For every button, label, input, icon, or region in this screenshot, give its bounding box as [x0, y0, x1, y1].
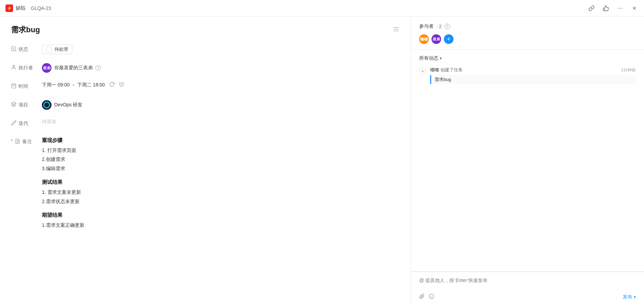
page-title-row: 需求bug	[11, 25, 400, 35]
project-label: 项目	[11, 100, 42, 108]
activity-item-0: + 嘟嘟 创建了任务 1分钟前 需求bug	[419, 67, 636, 84]
participants-count: · 2	[436, 24, 442, 29]
project-name: DevOps 研发	[54, 102, 82, 108]
recycle-icon[interactable]	[109, 82, 115, 89]
status-label: 状态	[11, 45, 42, 52]
project-logo-inner	[43, 102, 50, 108]
submit-button[interactable]: 发布	[623, 294, 632, 300]
time-field-label: 时间	[19, 83, 28, 90]
notes-section-1: 重现步骤 1. 打开需求页面 2.创建需求 3.编辑需求	[42, 137, 400, 172]
activity-text: 嘟嘟 创建了任务 1分钟前	[430, 67, 636, 73]
more-button[interactable]	[616, 4, 625, 13]
assignee-field-value: 表弟 你最喜爱的三表弟 ?	[42, 63, 400, 73]
status-field-label: 状态	[19, 46, 28, 52]
assignee-field-row: 执行者 表弟 你最喜爱的三表弟 ?	[11, 63, 400, 74]
project-logo	[42, 100, 51, 110]
activity-title: 所有动态	[419, 55, 438, 61]
notes-section-1-item-0: 1. 打开需求页面	[42, 146, 400, 154]
iteration-icon	[11, 120, 16, 127]
svg-point-1	[620, 8, 621, 8]
svg-line-15	[123, 82, 124, 83]
activity-action: 创建了任务	[440, 67, 463, 73]
project-field-row: 项目 DevOps 研发	[11, 100, 400, 111]
logo-text: 缺陷	[16, 5, 25, 11]
assignee-help-icon[interactable]: ?	[95, 65, 101, 71]
iteration-field-label: 迭代	[19, 120, 28, 127]
logo-area: ⚡ 缺陷	[5, 4, 25, 12]
status-checkbox[interactable]	[46, 47, 52, 52]
time-icon	[11, 83, 16, 90]
project-icon	[11, 102, 16, 108]
participant-avatar-1[interactable]: 表弟	[432, 34, 441, 44]
status-field-row: 状态 待处理	[11, 45, 400, 56]
participants-section: 参与者 · 2 ? 嘟嘟 表弟 +	[411, 16, 644, 50]
iteration-field-value: 待添加	[42, 119, 400, 125]
status-icon	[11, 46, 16, 52]
iteration-label: 迭代	[11, 119, 42, 127]
activity-card: 需求bug	[430, 75, 636, 84]
participant-avatar-0[interactable]: 嘟嘟	[419, 34, 429, 44]
notes-section-3-title: 期望结果	[42, 212, 400, 219]
assignee-icon	[11, 64, 16, 71]
assignee-field-label: 执行者	[19, 65, 33, 71]
svg-point-0	[618, 8, 619, 8]
notes-section-1-item-1: 2.创建需求	[42, 155, 400, 163]
main-layout: 需求bug 状态 待处理	[0, 16, 644, 306]
notes-section-1-title: 重现步骤	[42, 137, 400, 144]
link-button[interactable]	[587, 4, 596, 13]
svg-marker-16	[11, 102, 16, 104]
top-bar-actions	[587, 4, 639, 13]
status-value: 待处理	[55, 46, 68, 52]
notes-section-2-item-1: 2.需求状态未更新	[42, 198, 400, 205]
activity-time: 1分钟前	[621, 67, 636, 73]
participants-help-icon[interactable]: ?	[445, 24, 450, 29]
status-field-value: 待处理	[42, 45, 400, 54]
time-label: 时间	[11, 82, 42, 90]
activity-section: 所有动态 ▾ + 嘟嘟 创建了任务 1分钟前 需求bug	[411, 50, 644, 272]
align-icon[interactable]	[393, 26, 400, 34]
breadcrumb-id: GLQA-23	[31, 5, 51, 11]
comment-input[interactable]	[419, 278, 636, 290]
logo-icon: ⚡	[5, 4, 13, 12]
notes-section-3: 期望结果 1.需求文案正确更新	[42, 212, 400, 229]
submit-dropdown-icon[interactable]: ▾	[634, 295, 636, 299]
svg-line-14	[119, 82, 120, 83]
project-field-value: DevOps 研发	[42, 100, 400, 110]
notes-section-2-title: 测试结果	[42, 179, 400, 186]
iteration-field-row: 迭代 待添加	[11, 119, 400, 130]
notes-field-row: * 备注 重现步骤 1. 打开需求页面 2.创建需求 3.编辑需求	[11, 137, 400, 236]
top-bar: ⚡ 缺陷 GLQA-23	[0, 0, 644, 16]
svg-point-2	[622, 8, 622, 8]
svg-point-19	[429, 294, 434, 298]
assignee-label: 执行者	[11, 63, 42, 71]
notes-section-3-item-0: 1.需求文案正确更新	[42, 221, 400, 229]
close-button[interactable]	[630, 4, 639, 12]
add-participant-button[interactable]: +	[444, 34, 453, 44]
time-field-value: 下周一 09:00 － 下周二 18:00	[42, 82, 400, 89]
like-button[interactable]	[601, 4, 610, 13]
activity-header: 所有动态 ▾	[419, 55, 636, 61]
attachment-icon[interactable]	[419, 294, 425, 301]
time-field-row: 时间 下周一 09:00 － 下周二 18:00	[11, 82, 400, 93]
svg-point-8	[13, 65, 14, 67]
participants-header: 参与者 · 2 ?	[419, 23, 636, 30]
iteration-placeholder: 待添加	[42, 119, 56, 125]
comment-toolbar: 发布 ▾	[419, 294, 636, 301]
participants-avatars: 嘟嘟 表弟 +	[419, 34, 636, 44]
time-value: 下周一 09:00 － 下周二 18:00	[42, 82, 105, 88]
activity-add-icon: +	[419, 68, 426, 74]
status-tag[interactable]: 待处理	[42, 45, 72, 54]
activity-card-text: 需求bug	[435, 77, 451, 82]
alarm-icon[interactable]	[119, 82, 124, 89]
notes-section-2-item-0: 1. 需求文案未更新	[42, 188, 400, 196]
svg-rect-9	[12, 84, 16, 88]
assignee-avatar: 表弟	[42, 63, 51, 73]
emoji-icon[interactable]	[429, 294, 434, 301]
notes-field-label: 备注	[22, 139, 32, 145]
submit-button-group: 发布 ▾	[623, 294, 636, 300]
notes-content: 重现步骤 1. 打开需求页面 2.创建需求 3.编辑需求 测试结果 1. 需求文…	[42, 137, 400, 236]
page-title: 需求bug	[11, 25, 40, 35]
comment-section: 发布 ▾	[411, 272, 644, 306]
activity-dropdown-icon[interactable]: ▾	[440, 56, 442, 61]
notes-section-1-item-2: 3.编辑需求	[42, 165, 400, 172]
